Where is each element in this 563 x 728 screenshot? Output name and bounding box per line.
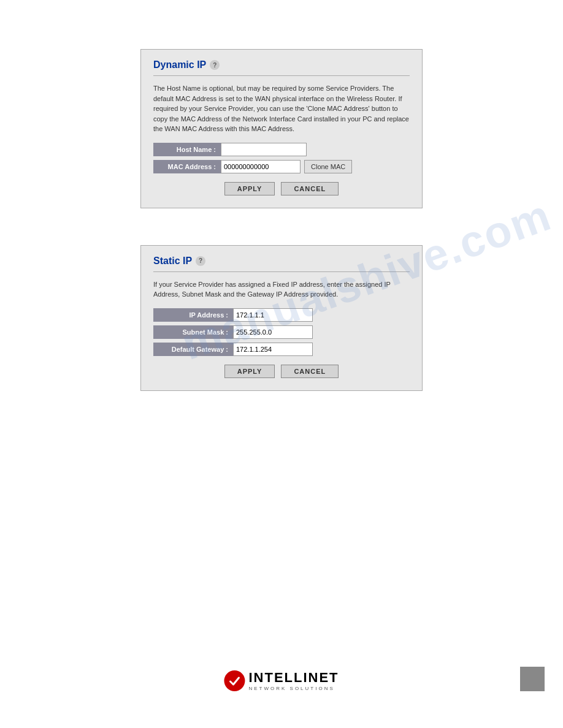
dynamic-ip-cancel-button[interactable]: CANCEL bbox=[281, 182, 339, 195]
mac-address-row: MAC Address : Clone MAC bbox=[153, 160, 410, 173]
subnet-mask-label: Subnet Mask : bbox=[153, 325, 233, 339]
logo-checkmark-icon bbox=[224, 670, 245, 691]
ip-address-input[interactable] bbox=[233, 308, 313, 322]
dynamic-ip-description: The Host Name is optional, but may be re… bbox=[153, 83, 410, 134]
host-name-row: Host Name : bbox=[153, 143, 410, 156]
static-ip-title: Static IP ? bbox=[153, 256, 410, 267]
default-gateway-row: Default Gateway : bbox=[153, 343, 410, 356]
subnet-mask-row: Subnet Mask : bbox=[153, 325, 410, 339]
ip-address-label: IP Address : bbox=[153, 308, 233, 322]
static-ip-panel: Static IP ? If your Service Provider has… bbox=[140, 245, 423, 391]
intellinet-logo: INTELLINET NETWORK SOLUTIONS bbox=[224, 670, 339, 691]
dynamic-ip-title-text: Dynamic IP bbox=[153, 59, 206, 70]
dynamic-ip-help-icon[interactable]: ? bbox=[210, 60, 220, 70]
dynamic-ip-actions: APPLY CANCEL bbox=[153, 182, 410, 195]
ip-address-row: IP Address : bbox=[153, 308, 410, 322]
host-name-label: Host Name : bbox=[153, 143, 221, 156]
footer: INTELLINET NETWORK SOLUTIONS bbox=[224, 670, 339, 691]
static-ip-actions: APPLY CANCEL bbox=[153, 365, 410, 378]
dynamic-ip-panel: Dynamic IP ? The Host Name is optional, … bbox=[140, 49, 423, 208]
dynamic-ip-title: Dynamic IP ? bbox=[153, 59, 410, 70]
clone-mac-button[interactable]: Clone MAC bbox=[304, 160, 352, 173]
default-gateway-input[interactable] bbox=[233, 343, 313, 356]
static-ip-apply-button[interactable]: APPLY bbox=[224, 365, 275, 378]
host-name-input[interactable] bbox=[221, 143, 307, 156]
static-ip-help-icon[interactable]: ? bbox=[196, 256, 205, 266]
static-ip-description: If your Service Provider has assigned a … bbox=[153, 279, 410, 300]
mac-address-label: MAC Address : bbox=[153, 160, 221, 173]
static-ip-divider bbox=[153, 271, 410, 272]
static-ip-title-text: Static IP bbox=[153, 256, 192, 267]
footer-decorative-box bbox=[520, 667, 545, 691]
mac-address-input[interactable] bbox=[221, 160, 301, 173]
logo-text-block: INTELLINET NETWORK SOLUTIONS bbox=[248, 671, 339, 691]
dynamic-ip-apply-button[interactable]: APPLY bbox=[224, 182, 275, 195]
logo-main-text: INTELLINET bbox=[248, 671, 339, 684]
logo-sub-text: NETWORK SOLUTIONS bbox=[248, 686, 339, 691]
dynamic-ip-divider bbox=[153, 75, 410, 76]
static-ip-cancel-button[interactable]: CANCEL bbox=[281, 365, 339, 378]
default-gateway-label: Default Gateway : bbox=[153, 343, 233, 356]
subnet-mask-input[interactable] bbox=[233, 325, 313, 339]
